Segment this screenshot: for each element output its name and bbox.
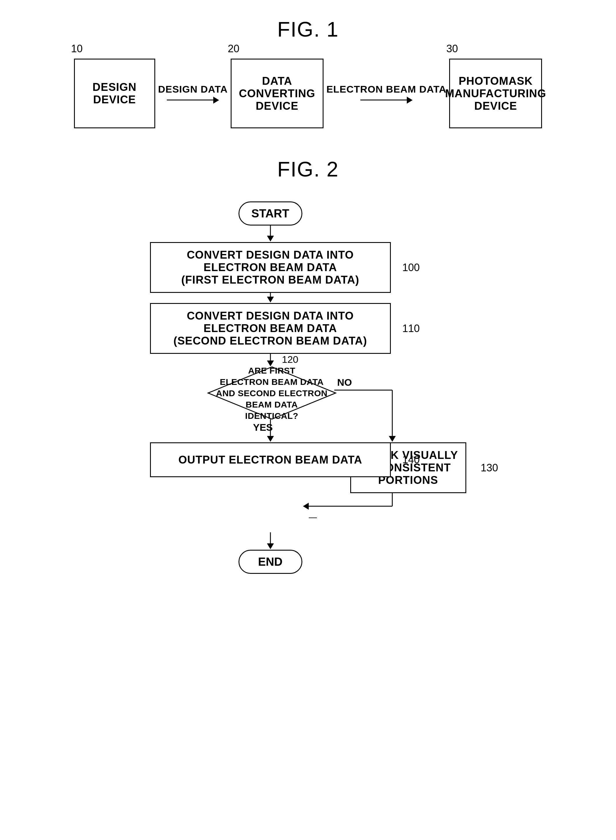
start-label: START [251, 207, 289, 220]
design-device-box: DESIGN DEVICE [74, 59, 155, 128]
svg-marker-17 [267, 543, 274, 549]
svg-marker-1 [267, 236, 274, 241]
svg-marker-3 [267, 297, 274, 303]
svg-text:YES: YES [253, 422, 273, 433]
step-100-box: CONVERT DESIGN DATA INTO ELECTRON BEAM D… [150, 242, 391, 293]
fig2-title: FIG. 2 [23, 157, 593, 181]
photomask-box: PHOTOMASK MANUFACTURING DEVICE [449, 59, 542, 128]
arrow-ebeam [360, 97, 413, 104]
step-130-label: 130 [481, 462, 498, 474]
data-converting-text: DATA CONVERTING DEVICE [232, 75, 323, 112]
fig2-diagram: YES NO [105, 198, 511, 634]
step-110-box: CONVERT DESIGN DATA INTO ELECTRON BEAM D… [150, 303, 391, 354]
svg-text:NO: NO [337, 377, 352, 388]
step-140-container: OUTPUT ELECTRON BEAM DATA 140 [150, 442, 391, 477]
page: FIG. 1 10 DESIGN DEVICE DESIGN DATA 20 D… [0, 0, 616, 840]
step-100-text: CONVERT DESIGN DATA INTO ELECTRON BEAM D… [181, 249, 359, 286]
start-oval: START [239, 201, 302, 226]
step-110-text: CONVERT DESIGN DATA INTO ELECTRON BEAM D… [173, 310, 367, 347]
step-120-diamond: ARE FIRST ELECTRON BEAM DATA AND SECOND … [207, 366, 337, 421]
step-110-container: CONVERT DESIGN DATA INTO ELECTRON BEAM D… [150, 303, 391, 354]
end-label: END [258, 555, 282, 568]
svg-marker-7 [267, 436, 274, 442]
node-10-label: 10 [71, 43, 83, 55]
step-120-container: ARE FIRST ELECTRON BEAM DATA AND SECOND … [207, 366, 337, 421]
step-100-label: 100 [402, 261, 419, 274]
step-140-box: OUTPUT ELECTRON BEAM DATA [150, 442, 391, 477]
data-converting-box: DATA CONVERTING DEVICE [231, 59, 324, 128]
svg-marker-15 [303, 503, 309, 510]
fig1-diagram: 10 DESIGN DEVICE DESIGN DATA 20 DATA CON… [23, 59, 593, 128]
arrow-design-data [167, 97, 219, 104]
end-oval: END [239, 550, 302, 574]
node-20-label: 20 [228, 43, 239, 55]
step-110-label: 110 [402, 323, 419, 335]
fig1-title: FIG. 1 [23, 18, 593, 41]
step-120-label: 120 [282, 354, 299, 365]
step-120-text: ARE FIRST ELECTRON BEAM DATA AND SECOND … [207, 365, 337, 421]
arrow-design-data-label: DESIGN DATA [158, 84, 228, 95]
step-140-label: 140 [402, 454, 419, 466]
svg-marker-11 [389, 436, 396, 442]
node-30-label: 30 [446, 43, 458, 55]
step-140-text: OUTPUT ELECTRON BEAM DATA [179, 454, 362, 466]
design-device-text: DESIGN DEVICE [75, 81, 154, 106]
photomask-text: PHOTOMASK MANUFACTURING DEVICE [445, 75, 546, 112]
arrow-ebeam-label: ELECTRON BEAM DATA [326, 84, 446, 95]
step-100-container: CONVERT DESIGN DATA INTO ELECTRON BEAM D… [150, 242, 391, 293]
